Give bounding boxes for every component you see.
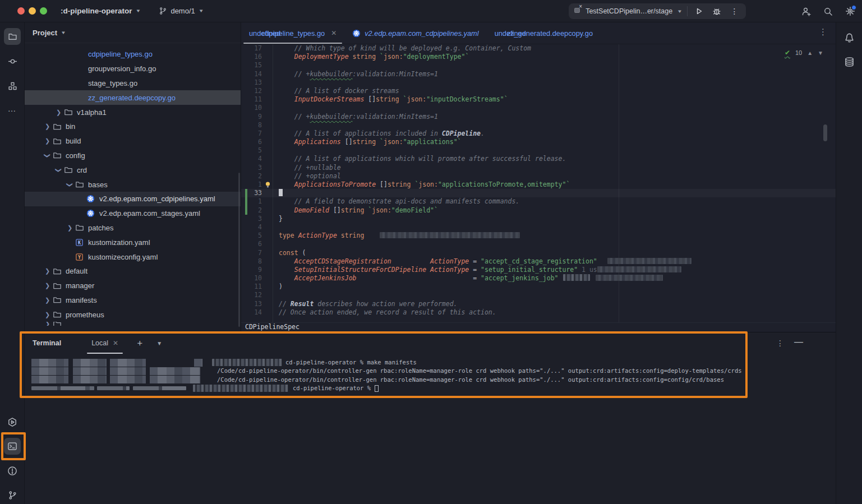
chevron-right-icon[interactable]: ❯ [43,322,52,326]
tree-item-label: config [66,151,85,160]
tree-item-kustomization-yaml[interactable]: Kkustomization.yaml [25,235,241,249]
line-content: ) [279,283,283,291]
tree-item-groupversion-info-go[interactable]: groupversion_info.go [25,62,241,76]
code-token: // A field to demonstrate api-docs and m… [279,197,519,205]
chevron-right-icon[interactable]: ❯ [43,282,52,289]
debug-button[interactable] [710,4,723,18]
code-token [279,95,294,103]
chevron-right-icon[interactable]: ❯ [43,123,52,130]
terminal-output[interactable]: cd-pipeline-operator % make manifests/Co… [31,358,742,393]
search-everywhere-icon[interactable] [823,7,833,16]
tree-item-manifests[interactable]: ❯manifests [25,293,241,308]
project-selector[interactable]: :d-pipeline-operator ▼ [57,4,144,17]
more-actions-kebab[interactable]: ⋮ [728,4,741,18]
chevron-down-icon[interactable]: ❯ [44,151,51,160]
terminal-tab-local[interactable]: Local ✕ [89,332,121,354]
editor-tab-v2-edp-epam-com-cdpipelines-yaml[interactable]: v2.edp.epam.com_cdpipelines.yaml [344,22,486,44]
close-icon[interactable]: ✕ [331,29,336,37]
tree-item-config[interactable]: ❯config [25,149,241,163]
tree-item-stage-types-go[interactable]: stage_types.go [25,76,241,91]
tree-item-bases[interactable]: ❯bases [25,177,241,192]
tool-commit-icon[interactable] [4,53,21,70]
chevron-right-icon[interactable]: ❯ [43,137,52,145]
tree-item-prometheus[interactable]: ❯prometheus [25,307,241,322]
line-content: // +kubebuilder:validation:MinItems=1 [279,70,438,78]
tree-item-label: bases [88,181,108,189]
project-scrollbar[interactable] [238,173,240,327]
code-token: // +nullable [279,164,341,172]
tool-terminal-icon[interactable] [4,438,21,455]
chevron-down-icon[interactable]: ❯ [55,165,62,175]
tree-item-cdpipeline-types-go[interactable]: cdpipeline_types.go [25,47,241,62]
run-button[interactable] [692,4,706,18]
editor-scrollbar[interactable] [823,124,827,141]
terminal-dropdown-chevron[interactable]: ▼ [156,340,162,346]
chevron-right-icon[interactable]: ❯ [54,109,63,116]
svg-text:Y: Y [78,254,81,260]
tree-item-kustomizeconfig-yaml[interactable]: Ykustomizeconfig.yaml [25,249,241,264]
tool-problems-icon[interactable] [4,463,21,479]
settings-gear-icon[interactable] [845,6,855,16]
code-token: "accept_cd_stage_registration" [481,257,597,265]
project-tree: cdpipeline_types.gogroupversion_info.gos… [25,47,241,326]
database-icon[interactable] [841,53,858,70]
code-editor[interactable]: 17 // Which type of kind will be deploye… [241,44,836,322]
redacted-blur [110,359,146,367]
code-token: // A list of applications which will pro… [279,155,566,163]
tool-structure-icon[interactable] [4,77,21,94]
tree-item-partial[interactable]: ❯ [25,322,241,326]
terminal-options-kebab[interactable]: ⋮ [776,339,784,348]
code-with-me-icon[interactable] [801,7,811,16]
branch-selector[interactable]: demo/1 ▼ [159,7,204,15]
close-icon[interactable]: ✕ [113,339,118,347]
tree-item-patches[interactable]: ❯patches [25,221,241,235]
tool-more-icon[interactable]: … [4,100,21,117]
tool-run-icon[interactable] [4,414,21,431]
code-token: string [341,232,365,239]
chevron-right-icon[interactable]: ❯ [43,267,52,275]
code-token: Result [291,300,314,308]
tree-item-v2-edp-epam-com-cdpipelines-yaml[interactable]: v2.edp.epam.com_cdpipelines.yaml [25,192,241,206]
tree-item-v2-edp-epam-com-stages-yaml[interactable]: v2.edp.epam.com_stages.yaml [25,206,241,221]
intention-bulb-icon[interactable] [264,181,271,188]
editor-tab-zz-generated-deepcopy-go[interactable]: undefinedzz_generated.deepcopy.go [487,22,601,44]
code-token: } [279,215,283,223]
tree-item-v1alpha1[interactable]: ❯v1alpha1 [25,105,241,119]
tree-item-build[interactable]: ❯build [25,134,241,149]
tree-item-bin[interactable]: ❯bin [25,119,241,134]
redacted-blur [110,376,146,383]
editor-options-kebab[interactable]: ⋮ [819,27,828,37]
project-panel-header[interactable]: Project ▼ [25,22,241,43]
line-number: 9 [241,266,262,274]
folder-icon [52,281,62,290]
k8s-icon [86,195,95,204]
sticky-scope-line[interactable]: CDPipelineSpec [241,322,836,332]
line-number: 5 [241,232,262,240]
tree-item-manager[interactable]: ❯manager [25,279,241,293]
window-zoom-button[interactable] [40,7,47,15]
go-icon [75,78,84,87]
chevron-right-icon[interactable]: ❯ [65,224,75,232]
terminal-line: cd-pipeline-operator % [31,384,742,392]
chevron-right-icon[interactable]: ❯ [43,297,52,304]
code-line: 12 // A list of docker streams [241,87,836,95]
run-config-selector[interactable]: TestSetCDPipelin…er/stage [586,7,672,15]
window-close-button[interactable] [17,7,25,15]
tree-item-crd[interactable]: ❯crd [25,163,241,177]
code-line: 7const ( [241,249,836,257]
chevron-down-icon: ▼ [199,8,204,13]
editor-tab-cdpipeline-types-go[interactable]: undefinedcdpipeline_types.go✕ [241,22,344,44]
tool-version-control-icon[interactable] [4,487,21,503]
code-line: 4 // A list of applications which will p… [241,155,836,163]
tree-item-default[interactable]: ❯default [25,264,241,279]
notifications-bell-icon[interactable] [841,29,858,46]
new-terminal-button[interactable]: ＋ [135,337,144,349]
line-content: // A list of applications which will pro… [279,155,566,163]
terminal-minimize-button[interactable]: — [794,337,803,347]
tool-project-icon[interactable] [4,28,21,45]
window-minimize-button[interactable] [29,7,36,15]
chevron-down-icon[interactable]: ▼ [677,9,683,14]
chevron-right-icon[interactable]: ❯ [43,311,52,318]
tree-item-zz-generated-deepcopy-go[interactable]: zz_generated.deepcopy.go [25,90,241,105]
chevron-down-icon[interactable]: ❯ [66,180,73,189]
